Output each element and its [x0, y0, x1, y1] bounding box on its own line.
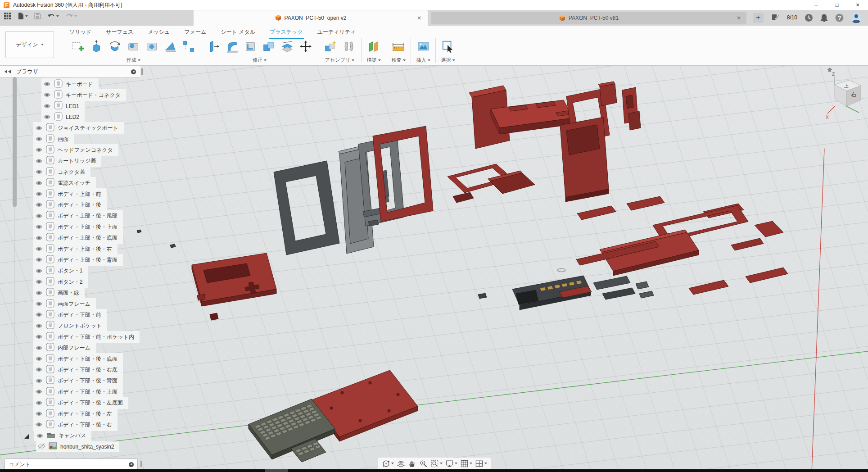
tree-row-LED1[interactable]: LED1: [41, 101, 85, 112]
tree-row-キャンバス[interactable]: キャンバス: [23, 431, 91, 441]
zoom-icon[interactable]: [419, 459, 428, 468]
fit-icon[interactable]: [430, 459, 443, 468]
account-avatar[interactable]: [851, 12, 862, 23]
eye-visible-icon[interactable]: [35, 278, 43, 286]
tree-row-画面[interactable]: 画面: [33, 134, 74, 145]
insert-canvas-icon[interactable]: [416, 39, 431, 54]
tree-row-ボディ・下部・前・ポケット内[interactable]: ボディ・下部・前・ポケット内: [33, 331, 140, 342]
ribbon-group-label[interactable]: 修正: [253, 57, 267, 64]
tree-row-ボディ・下部・後・左[interactable]: ボディ・下部・後・左: [33, 408, 118, 419]
look-at-icon[interactable]: [397, 459, 405, 468]
eye-visible-icon[interactable]: [35, 399, 43, 407]
tree-scrollbar-thumb[interactable]: [13, 77, 17, 207]
eye-visible-icon[interactable]: [43, 80, 51, 88]
eye-visible-icon[interactable]: [35, 333, 43, 341]
eye-visible-icon[interactable]: [35, 322, 43, 330]
eye-visible-icon[interactable]: [35, 355, 43, 363]
tree-row-電源スイッチ[interactable]: 電源スイッチ: [33, 178, 96, 189]
fillet-icon[interactable]: [224, 39, 240, 54]
tree-row-ボディ・上部・後[interactable]: ボディ・上部・後: [33, 200, 107, 210]
measure-icon[interactable]: [391, 39, 406, 54]
eye-visible-icon[interactable]: [35, 146, 43, 154]
comment-panel[interactable]: コメント: [5, 458, 138, 470]
tree-row-内部フレーム[interactable]: 内部フレーム: [33, 343, 96, 354]
eye-visible-icon[interactable]: [43, 113, 51, 121]
document-tab-inactive[interactable]: PAXON_PCT-50 v81 ✕: [431, 12, 746, 24]
eye-visible-icon[interactable]: [35, 168, 43, 176]
minimize-button[interactable]: ─: [806, 0, 827, 10]
eye-visible-icon[interactable]: [35, 256, 43, 264]
ribbon-group-label[interactable]: 作成: [127, 57, 140, 64]
viewcube-top-face-label[interactable]: 上: [844, 83, 849, 88]
eye-visible-icon[interactable]: [35, 223, 43, 231]
save-icon[interactable]: [34, 13, 41, 19]
tree-row-画面・緑[interactable]: 画面・緑: [33, 288, 85, 299]
eye-visible-icon[interactable]: [43, 102, 51, 110]
tree-row-ボディ・上部・後・右[interactable]: ボディ・上部・後・右: [33, 244, 118, 254]
eye-visible-icon[interactable]: [35, 157, 43, 165]
split-body-icon[interactable]: [280, 39, 295, 54]
tree-row-ジョイスティックポート[interactable]: ジョイスティックポート: [33, 123, 124, 134]
tree-row-honbun_shita_syasin2[interactable]: honbun_shita_syasin2: [36, 441, 119, 452]
view-cube[interactable]: Z 上 右 X: [824, 67, 867, 123]
display-settings-icon[interactable]: [445, 459, 457, 468]
ribbon-group-label[interactable]: 検査: [392, 57, 406, 64]
collapse-panel-icon[interactable]: [5, 70, 12, 73]
document-tab-active[interactable]: PAXON_PCT-50_open v2 ✕: [194, 10, 428, 26]
close-button[interactable]: ✕: [847, 0, 868, 10]
comment-drag-grip[interactable]: [140, 461, 141, 467]
revolve-icon[interactable]: [107, 39, 122, 54]
combine-icon[interactable]: [261, 39, 276, 54]
eye-visible-icon[interactable]: [35, 300, 43, 308]
help-icon[interactable]: ?: [835, 14, 844, 22]
tab-close-icon[interactable]: ✕: [416, 15, 422, 21]
eye-visible-icon[interactable]: [35, 245, 43, 253]
tree-row-ボディ・上部・後・上面[interactable]: ボディ・上部・後・上面: [33, 222, 123, 232]
redo-icon[interactable]: [65, 13, 77, 19]
eye-visible-icon[interactable]: [35, 410, 43, 418]
shell-icon[interactable]: [243, 39, 258, 54]
eye-visible-icon[interactable]: [35, 124, 43, 132]
primitive-box-icon[interactable]: [144, 39, 159, 54]
press-pull-icon[interactable]: [206, 39, 221, 54]
job-status-icon[interactable]: [772, 14, 780, 22]
eye-visible-icon[interactable]: [35, 234, 43, 242]
browser-header[interactable]: ブラウザ: [0, 66, 140, 77]
clock-icon[interactable]: [805, 14, 813, 22]
grid-settings-icon[interactable]: [460, 459, 472, 468]
hole-icon[interactable]: [126, 39, 141, 54]
eye-visible-icon[interactable]: [35, 421, 43, 429]
tree-row-フロントポケット[interactable]: フロントポケット: [33, 321, 107, 331]
part-pcb-cluster[interactable]: [478, 276, 654, 310]
ribbon-group-label[interactable]: 構築: [367, 57, 381, 64]
eye-visible-icon[interactable]: [43, 91, 51, 99]
tree-row-カートリッジ蓋[interactable]: カートリッジ蓋: [33, 156, 101, 167]
tree-row-ボタン・1[interactable]: ボタン・1: [33, 266, 88, 277]
eye-visible-icon[interactable]: [35, 135, 43, 143]
tree-row-ボディ・下部・後・右[interactable]: ボディ・下部・後・右: [33, 419, 118, 430]
eye-hidden-icon[interactable]: [38, 443, 45, 451]
ribbon-group-label[interactable]: 挿入: [416, 57, 430, 64]
tree-row-ボディ・下部・後・左底面[interactable]: ボディ・下部・後・左底面: [33, 398, 128, 408]
pattern-icon[interactable]: [181, 39, 196, 54]
eye-visible-icon[interactable]: [35, 388, 43, 396]
tree-row-キーボード[interactable]: キーボード: [41, 79, 99, 90]
loft-icon[interactable]: [163, 39, 178, 54]
tree-row-ボディ・上部・後・尾部[interactable]: ボディ・上部・後・尾部: [33, 211, 123, 222]
ribbon-group-label[interactable]: アセンブリ: [325, 57, 354, 64]
panel-drag-grip[interactable]: [141, 68, 142, 75]
file-menu-icon[interactable]: [18, 12, 28, 20]
eye-visible-icon[interactable]: [35, 212, 43, 220]
tree-row-ボディ・下部・前[interactable]: ボディ・下部・前: [33, 309, 107, 320]
joint-icon[interactable]: [341, 39, 357, 54]
eye-visible-icon[interactable]: [35, 201, 43, 209]
new-component-icon[interactable]: [323, 39, 338, 54]
comment-marker-icon[interactable]: [129, 462, 134, 467]
tree-row-コネクタ蓋[interactable]: コネクタ蓋: [33, 167, 90, 177]
new-tab-button[interactable]: +: [753, 13, 764, 23]
move-icon[interactable]: [298, 39, 313, 54]
construction-plane-icon[interactable]: [366, 39, 381, 54]
tree-row-LED2[interactable]: LED2: [41, 112, 85, 123]
eye-visible-icon[interactable]: [35, 344, 43, 352]
eye-visible-icon[interactable]: [35, 190, 43, 198]
